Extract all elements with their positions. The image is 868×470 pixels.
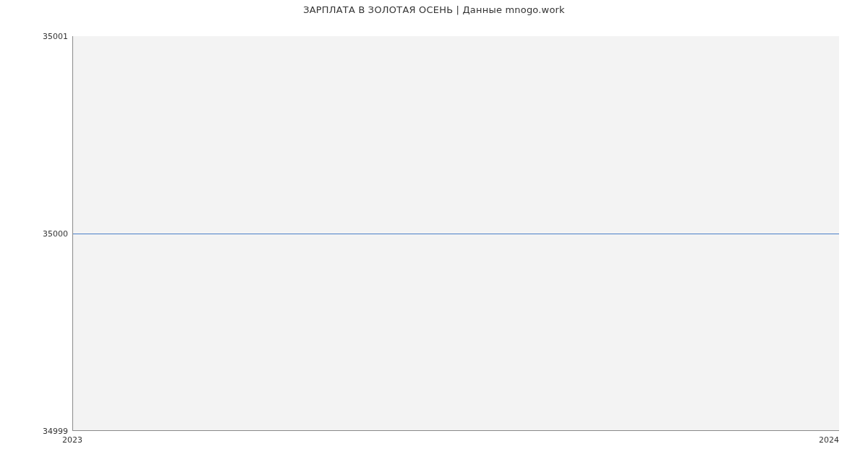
x-tick-right: 2024 bbox=[819, 435, 839, 445]
chart-title: ЗАРПЛАТА В ЗОЛОТАЯ ОСЕНЬ | Данные mnogo.… bbox=[0, 4, 868, 15]
plot-area bbox=[72, 36, 839, 431]
salary-line-chart: ЗАРПЛАТА В ЗОЛОТАЯ ОСЕНЬ | Данные mnogo.… bbox=[0, 0, 868, 470]
salary-line bbox=[73, 234, 839, 234]
x-tick-left: 2023 bbox=[62, 435, 82, 445]
y-tick-bottom: 34999 bbox=[43, 427, 68, 436]
y-tick-mid: 35000 bbox=[43, 229, 68, 239]
y-tick-top: 35001 bbox=[43, 32, 68, 41]
